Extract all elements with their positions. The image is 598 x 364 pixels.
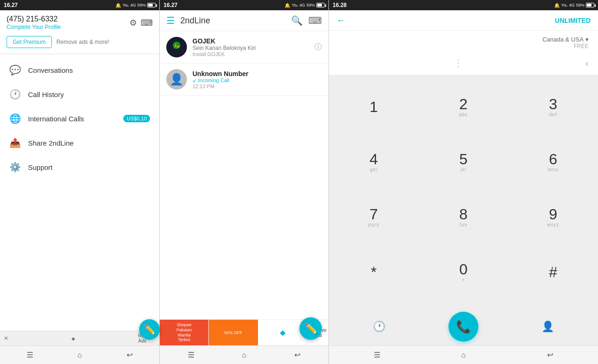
conv-body-unknown: Unknown Number ↙ Incoming Call 12:13 PM [192, 70, 322, 89]
premium-row: Get Premium Remove ads & more! [0, 33, 159, 54]
search-icon[interactable]: 🔍 [291, 15, 303, 26]
contacts-button[interactable]: 👤 [536, 315, 560, 339]
nav-menu-3[interactable]: ☰ [368, 348, 386, 362]
battery-icon-3 [586, 3, 594, 7]
key-#[interactable]: # [508, 245, 598, 300]
conv-name-gojek: GOJEK [192, 37, 309, 45]
support-icon: ⚙️ [9, 161, 21, 173]
back-arrow[interactable]: ← [336, 15, 346, 26]
call-icon: 📞 [456, 320, 471, 334]
nav-back-1[interactable]: ↩ [121, 348, 139, 362]
key-5[interactable]: 5jkl [419, 134, 508, 189]
conv-body-gojek: GOJEK Sein Kanan Beloknya Kiri Install G… [192, 37, 309, 57]
dialpad-icon[interactable]: ⌨ [141, 18, 153, 28]
key-6[interactable]: 6mno [508, 134, 598, 189]
status-icons-1: 🔔 Yoᵤ 4G 59% [115, 3, 156, 8]
international-label: International Calls [28, 115, 84, 123]
complete-profile-link[interactable]: Complete Your Profile [7, 24, 61, 30]
sidebar-item-international-calls[interactable]: 🌐 International Calls US$0,10 [0, 106, 159, 131]
status-time-1: 16.27 [4, 2, 18, 8]
conversations-icon: 💬 [9, 64, 21, 76]
conversation-list: 🛵 GOJEK Sein Kanan Beloknya Kiri Install… [160, 31, 328, 319]
ad-x-icon-1[interactable]: ✕ [4, 335, 8, 342]
svg-text:🛵: 🛵 [174, 42, 180, 49]
compose-fab-2[interactable]: ✏️ [299, 317, 322, 340]
dialer-actions: 🕐 📞 👤 [329, 304, 598, 345]
nav-back-3[interactable]: ↩ [541, 348, 559, 362]
dialer-topbar: ← UNLIMITED [329, 10, 598, 31]
key-8[interactable]: 8tuv [419, 189, 508, 245]
sidebar-item-conversations[interactable]: 💬 Conversations [0, 58, 159, 82]
conv-name-unknown: Unknown Number [192, 70, 322, 77]
hamburger-icon[interactable]: ☰ [166, 15, 175, 26]
key-7[interactable]: 7pqrs [329, 189, 419, 245]
nav-back-2[interactable]: ↩ [288, 348, 306, 362]
status-time-2: 16.27 [164, 2, 178, 8]
bottom-nav-3: ☰ ⌂ ↩ [329, 345, 598, 364]
key-9[interactable]: 9wxyz [508, 189, 598, 245]
recents-button[interactable]: 🕐 [367, 315, 391, 339]
unknown-person-icon: 👤 [170, 73, 184, 86]
nav-menu-2[interactable]: ☰ [182, 348, 200, 362]
key-*[interactable]: * [329, 245, 419, 300]
app-title: 2ndLine [180, 16, 285, 26]
unlimited-label: UNLIMITED [555, 17, 591, 24]
dialpad-icon-2[interactable]: ⌨ [308, 15, 322, 26]
nav-home-3[interactable]: ⌂ [454, 348, 473, 362]
call-history-label: Call History [28, 91, 64, 98]
status-bar-3: 16.28 🔔 Yoᵤ 4G 59% [329, 0, 598, 10]
battery-icon-1 [147, 3, 156, 7]
conv-item-gojek[interactable]: 🛵 GOJEK Sein Kanan Beloknya Kiri Install… [160, 31, 328, 63]
sidebar-header: (475) 215-6332 Complete Your Profile ⚙ ⌨ [0, 10, 159, 33]
call-button[interactable]: 📞 [448, 312, 478, 342]
status-time-3: 16.28 [333, 2, 347, 8]
sidebar-item-call-history[interactable]: 🕐 Call History [0, 82, 159, 106]
contacts-icon: 👤 [541, 321, 554, 333]
conversations-topbar: ☰ 2ndLine 🔍 ⌨ [160, 10, 328, 31]
conversations-panel: 16.27 🔔 Yoᵤ 4G 59% ☰ 2ndLine 🔍 ⌨ 🛵 [160, 0, 329, 364]
sidebar-item-share[interactable]: 📤 Share 2ndLine [0, 131, 159, 155]
nav-menu-1[interactable]: ☰ [21, 348, 39, 362]
avatar-unknown: 👤 [166, 69, 187, 90]
keypad: 12abc3def4ghi5jkl6mno7pqrs8tuv9wxyz*0+# [329, 75, 598, 304]
international-badge: US$0,10 [123, 115, 150, 122]
compose-icon-1: ✏️ [144, 324, 156, 335]
key-0[interactable]: 0+ [419, 245, 508, 300]
conv-sub-unknown-2: 12:13 PM [192, 84, 322, 89]
status-bar-1: 16.27 🔔 Yoᵤ 4G 59% [0, 0, 159, 10]
nav-home-2[interactable]: ⌂ [235, 348, 253, 362]
recents-icon: 🕐 [373, 321, 385, 333]
backspace-icon[interactable]: ‹ [585, 58, 589, 69]
conversations-label: Conversations [28, 66, 73, 74]
conv-item-unknown[interactable]: 👤 Unknown Number ↙ Incoming Call 12:13 P… [160, 63, 328, 96]
key-3[interactable]: 3def [508, 79, 598, 134]
ad-shopee: ShopeePakaianWanitaTerkini [160, 320, 209, 345]
nav-home-1[interactable]: ⌂ [71, 348, 89, 362]
conv-sub-unknown-1: ↙ Incoming Call [192, 77, 322, 84]
bottom-nav-1: ☰ ⌂ ↩ [0, 345, 159, 364]
share-icon: 📤 [9, 137, 21, 148]
key-2[interactable]: 2abc [419, 79, 508, 134]
menu-list: 💬 Conversations 🕐 Call History 🌐 Interna… [0, 54, 159, 331]
compose-fab-1[interactable]: ✏️ [139, 319, 160, 340]
settings-icon[interactable]: ⚙ [129, 18, 137, 28]
info-icon-gojek[interactable]: ⓘ [314, 42, 322, 52]
avatar-gojek: 🛵 [166, 37, 187, 57]
get-premium-button[interactable]: Get Premium [7, 36, 52, 48]
compose-icon-2: ✏️ [305, 322, 317, 335]
conv-meta-gojek: ⓘ [314, 42, 322, 52]
key-1[interactable]: 1 [329, 79, 419, 134]
status-icons-2: 🔔 Yoᵤ 4G 59% [285, 3, 325, 8]
battery-icon-2 [316, 3, 325, 7]
conv-sub-gojek-2: Install GOJEK [192, 51, 309, 57]
sidebar-item-support[interactable]: ⚙️ Support [0, 155, 159, 179]
region-name: Canada & USA [542, 36, 584, 43]
ad-lazada: 50% OFF [209, 320, 258, 345]
dialer-display: ⋮ ‹ [329, 51, 598, 75]
dots-icon: ⋮ [454, 57, 463, 69]
key-4[interactable]: 4ghi [329, 134, 419, 189]
conv-sub-gojek-1: Sein Kanan Beloknya Kiri [192, 45, 309, 51]
status-icons-3: 🔔 Yoᵤ 4G 59% [554, 3, 594, 8]
region-dropdown[interactable]: Canada & USA ▾ [542, 35, 589, 43]
phone-number: (475) 215-6332 [7, 15, 61, 23]
